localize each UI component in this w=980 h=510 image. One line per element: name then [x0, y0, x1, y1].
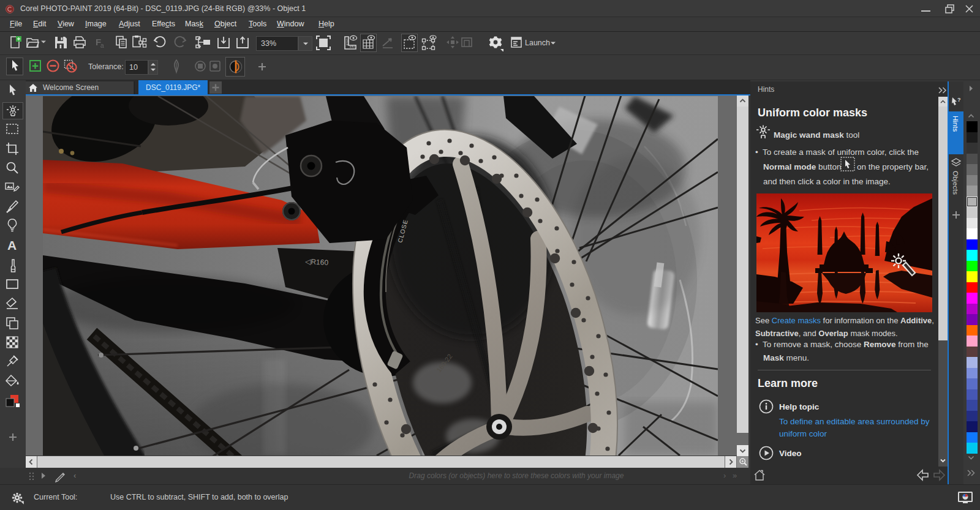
svg-text:a: a: [100, 42, 104, 49]
svg-text:◁R160: ◁R160: [304, 257, 329, 267]
svg-text:?: ?: [957, 97, 961, 103]
